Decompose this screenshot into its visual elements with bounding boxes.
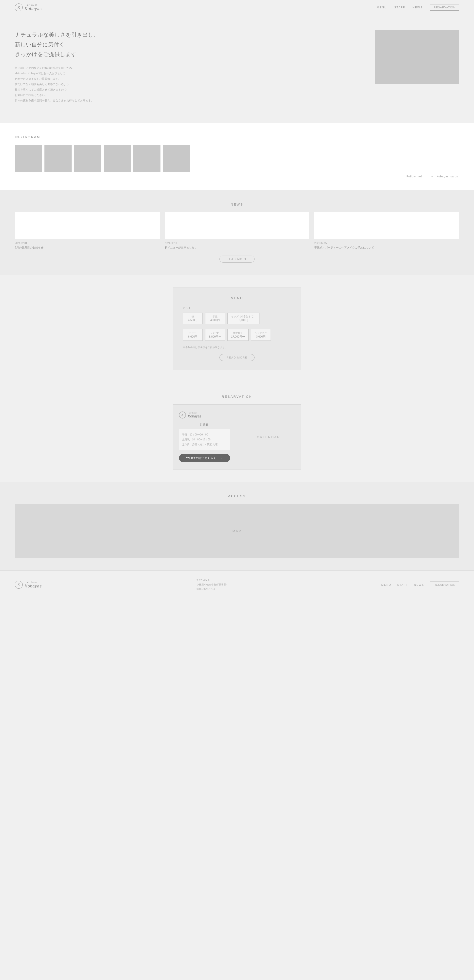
footer-postal: 〒123-4560 <box>196 578 227 582</box>
footer-logo-name: Kobayas <box>25 584 42 589</box>
instagram-item[interactable] <box>133 145 160 172</box>
instagram-item[interactable] <box>45 145 72 172</box>
reservation-web-button[interactable]: WEB予約はこちらから → <box>179 454 230 462</box>
menu-title: MENU <box>183 296 291 300</box>
news-date: 2021.02.15 <box>314 242 459 245</box>
menu-item-price: 3,000円 <box>231 318 256 322</box>
menu-item-label: 学生 <box>209 315 221 318</box>
main-nav: MENU STAFF NEWS RESARVATION <box>377 4 459 11</box>
news-read-more-button[interactable]: READ MORE <box>219 256 255 262</box>
hero-body: 常に新しい美の発見をお客様に感じて頂くため、 Hair salon Kobaya… <box>15 65 365 103</box>
menu-item-label: ヘッドスパ <box>255 331 267 335</box>
news-image <box>15 212 160 239</box>
nav-menu[interactable]: MENU <box>377 6 387 9</box>
menu-item: ヘッドスパ 3,600円 <box>251 329 271 341</box>
menu-cut-items: 彼 4,500円 学生 4,000円 キッズ（小学生まで） 3,000円 <box>183 313 291 324</box>
reservation-title: RESARVATION <box>15 395 459 398</box>
news-section: NEWS 2021.02.01 2月の営業日のお知らせ 2021.02.10 新… <box>0 190 474 275</box>
footer-logo-hair-salon: Hair Salon <box>25 581 42 584</box>
menu-note: 中学生の方は学生証をご提示頂きます。 <box>183 346 291 349</box>
instagram-account[interactable]: kobayas_salon <box>437 175 458 178</box>
reservation-hours-box: 平日 10：00〜20：00 土日祝 10：00〜18：00 定休日 月曜・第二… <box>179 429 230 450</box>
hero-text: ナチュラルな美しさを引き出し、 新しい自分に気付く きっかけをご提供します 常に… <box>15 30 365 103</box>
menu-item-price: 4,000円 <box>209 318 221 322</box>
menu-item-label: 縮毛矯正 <box>231 331 245 335</box>
instagram-item[interactable] <box>163 145 190 172</box>
hours-saturday: 土日祝 10：00〜18：00 <box>182 437 227 442</box>
instagram-item[interactable] <box>104 145 131 172</box>
hero-image <box>375 30 459 84</box>
map-label: MAP <box>232 529 241 533</box>
res-logo-text: Hair Salon Kobayas <box>188 412 201 418</box>
hero-headline-line2: 新しい自分に気付く <box>15 40 365 49</box>
news-date: 2021.02.10 <box>165 242 310 245</box>
logo: K Hair Salon Kobayas <box>15 3 42 11</box>
nav-staff[interactable]: STAFF <box>394 6 405 9</box>
reservation-hours-title: 営業日 <box>179 423 230 426</box>
menu-item: 縮毛矯正 17,000円〜 <box>227 329 249 341</box>
access-title: ACCESS <box>15 494 459 498</box>
nav-news[interactable]: NEWS <box>413 6 423 9</box>
reservation-calendar: CALENDAR <box>236 405 301 469</box>
menu-read-more-wrap: READ MORE <box>183 354 291 361</box>
footer-nav-news[interactable]: NEWS <box>414 583 424 586</box>
logo-hair-salon: Hair Salon <box>25 4 42 6</box>
footer-info: 〒123-4560 小林県小牧市牛舞町154-20 0000-5678-1234 <box>196 578 227 592</box>
reservation-box: K Hair Salon Kobayas 営業日 平日 10：00〜20：00 … <box>173 404 301 469</box>
news-read-more-wrap: READ MORE <box>15 256 459 262</box>
menu-other-items: カラー 6,600円 パーマ 8,800円〜 縮毛矯正 17,000円〜 ヘッド… <box>183 329 291 341</box>
res-logo-hair-salon: Hair Salon <box>188 412 201 414</box>
menu-item-label: 彼 <box>187 315 199 318</box>
instagram-follow: Follow me! ——→ kobayas_salon <box>15 175 459 178</box>
menu-item: キッズ（小学生まで） 3,000円 <box>227 313 260 324</box>
reservation-section: RESARVATION K Hair Salon Kobayas 営業日 平日 … <box>0 382 474 482</box>
hero-headline-line1: ナチュラルな美しさを引き出し、 <box>15 30 365 40</box>
footer-nav-menu[interactable]: MENU <box>381 583 391 586</box>
footer: K Hair Salon Kobayas 〒123-4560 小林県小牧市牛舞町… <box>0 570 474 599</box>
footer-address: 小林県小牧市牛舞町154-20 <box>196 582 227 587</box>
logo-icon: K <box>15 3 23 11</box>
hours-closed: 定休日 月曜・第二・第三 火曜 <box>182 442 227 447</box>
menu-box: MENU カット 彼 4,500円 学生 4,000円 キッズ（小学生まで） 3… <box>173 287 301 370</box>
menu-item-price: 8,800円〜 <box>209 335 221 339</box>
menu-item-price: 17,000円〜 <box>231 335 245 339</box>
menu-item: カラー 6,600円 <box>183 329 203 341</box>
instagram-section: INSTAGRAM Follow me! ——→ kobayas_salon <box>0 123 474 190</box>
news-article-title[interactable]: 新メニューが出来ました。 <box>165 245 310 250</box>
news-article-title[interactable]: 2月の営業日のお知らせ <box>15 245 160 250</box>
news-image <box>165 212 310 239</box>
menu-read-more-button[interactable]: READ MORE <box>219 354 255 361</box>
footer-nav: MENU STAFF NEWS RESARVATION <box>381 582 459 588</box>
hero-headline-line3: きっかけをご提供します <box>15 49 365 59</box>
menu-item: 学生 4,000円 <box>205 313 225 324</box>
instagram-grid <box>15 145 459 172</box>
footer-logo: K Hair Salon Kobayas <box>15 581 42 589</box>
news-image <box>314 212 459 239</box>
hero-headline: ナチュラルな美しさを引き出し、 新しい自分に気付く きっかけをご提供します <box>15 30 365 59</box>
calendar-label: CALENDAR <box>257 435 280 439</box>
footer-logo-icon: K <box>15 581 23 589</box>
reservation-logo: K Hair Salon Kobayas <box>179 412 230 418</box>
menu-category-cut: カット <box>183 306 291 310</box>
hours-weekday: 平日 10：00〜20：00 <box>182 432 227 437</box>
nav-reservation-button[interactable]: RESARVATION <box>430 4 459 11</box>
menu-item-price: 4,500円 <box>187 318 199 322</box>
res-logo-name: Kobayas <box>188 414 201 418</box>
access-section: ACCESS MAP <box>0 482 474 570</box>
news-title: NEWS <box>15 202 459 206</box>
instagram-item[interactable] <box>74 145 101 172</box>
reservation-left: K Hair Salon Kobayas 営業日 平日 10：00〜20：00 … <box>173 405 236 469</box>
footer-reservation-button[interactable]: RESARVATION <box>430 582 459 588</box>
follow-arrow: ——→ <box>425 175 434 178</box>
header: K Hair Salon Kobayas MENU STAFF NEWS RES… <box>0 0 474 15</box>
menu-section: MENU カット 彼 4,500円 学生 4,000円 キッズ（小学生まで） 3… <box>0 275 474 382</box>
news-card: 2021.02.15 卒業式・パーティーのヘアメイクご予約について <box>314 212 459 250</box>
menu-item-price: 6,600円 <box>187 335 199 339</box>
instagram-item[interactable] <box>15 145 42 172</box>
hero-section: ナチュラルな美しさを引き出し、 新しい自分に気付く きっかけをご提供します 常に… <box>0 15 474 123</box>
footer-nav-staff[interactable]: STAFF <box>397 583 408 586</box>
news-card: 2021.02.10 新メニューが出来ました。 <box>165 212 310 250</box>
news-article-title[interactable]: 卒業式・パーティーのヘアメイクご予約について <box>314 245 459 250</box>
menu-item: 彼 4,500円 <box>183 313 203 324</box>
menu-item-label: カラー <box>187 331 199 335</box>
